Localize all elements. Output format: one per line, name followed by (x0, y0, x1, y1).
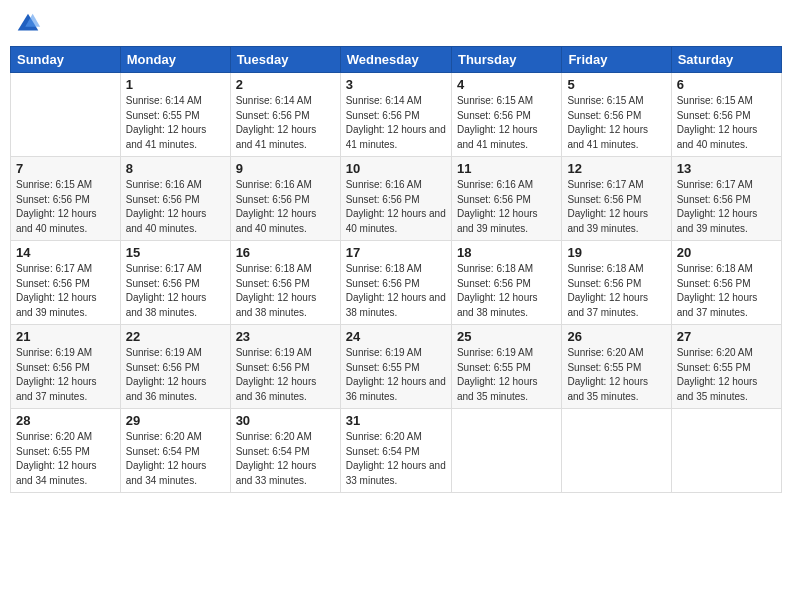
day-number: 15 (126, 245, 225, 260)
day-number: 2 (236, 77, 335, 92)
calendar-cell: 26 Sunrise: 6:20 AMSunset: 6:55 PMDaylig… (562, 325, 671, 409)
day-number: 3 (346, 77, 446, 92)
calendar-cell (562, 409, 671, 493)
calendar-cell: 1 Sunrise: 6:14 AMSunset: 6:55 PMDayligh… (120, 73, 230, 157)
cell-info: Sunrise: 6:15 AMSunset: 6:56 PMDaylight:… (567, 94, 665, 152)
calendar-cell: 20 Sunrise: 6:18 AMSunset: 6:56 PMDaylig… (671, 241, 781, 325)
day-number: 12 (567, 161, 665, 176)
calendar-cell: 6 Sunrise: 6:15 AMSunset: 6:56 PMDayligh… (671, 73, 781, 157)
calendar-cell: 7 Sunrise: 6:15 AMSunset: 6:56 PMDayligh… (11, 157, 121, 241)
calendar-cell: 10 Sunrise: 6:16 AMSunset: 6:56 PMDaylig… (340, 157, 451, 241)
calendar-cell: 22 Sunrise: 6:19 AMSunset: 6:56 PMDaylig… (120, 325, 230, 409)
calendar-cell (451, 409, 561, 493)
cell-info: Sunrise: 6:17 AMSunset: 6:56 PMDaylight:… (677, 178, 776, 236)
calendar-cell: 12 Sunrise: 6:17 AMSunset: 6:56 PMDaylig… (562, 157, 671, 241)
day-number: 8 (126, 161, 225, 176)
cell-info: Sunrise: 6:20 AMSunset: 6:55 PMDaylight:… (16, 430, 115, 488)
calendar-cell: 27 Sunrise: 6:20 AMSunset: 6:55 PMDaylig… (671, 325, 781, 409)
calendar-cell: 4 Sunrise: 6:15 AMSunset: 6:56 PMDayligh… (451, 73, 561, 157)
calendar-cell (11, 73, 121, 157)
cell-info: Sunrise: 6:15 AMSunset: 6:56 PMDaylight:… (16, 178, 115, 236)
day-number: 14 (16, 245, 115, 260)
cell-info: Sunrise: 6:19 AMSunset: 6:55 PMDaylight:… (346, 346, 446, 404)
calendar-cell: 3 Sunrise: 6:14 AMSunset: 6:56 PMDayligh… (340, 73, 451, 157)
cell-info: Sunrise: 6:14 AMSunset: 6:55 PMDaylight:… (126, 94, 225, 152)
calendar-cell: 19 Sunrise: 6:18 AMSunset: 6:56 PMDaylig… (562, 241, 671, 325)
cell-info: Sunrise: 6:20 AMSunset: 6:54 PMDaylight:… (126, 430, 225, 488)
cell-info: Sunrise: 6:18 AMSunset: 6:56 PMDaylight:… (457, 262, 556, 320)
day-number: 21 (16, 329, 115, 344)
page-header (10, 10, 782, 38)
cell-info: Sunrise: 6:20 AMSunset: 6:55 PMDaylight:… (677, 346, 776, 404)
calendar-cell: 28 Sunrise: 6:20 AMSunset: 6:55 PMDaylig… (11, 409, 121, 493)
weekday-header-saturday: Saturday (671, 47, 781, 73)
day-number: 28 (16, 413, 115, 428)
calendar-cell: 5 Sunrise: 6:15 AMSunset: 6:56 PMDayligh… (562, 73, 671, 157)
calendar-table: SundayMondayTuesdayWednesdayThursdayFrid… (10, 46, 782, 493)
cell-info: Sunrise: 6:16 AMSunset: 6:56 PMDaylight:… (346, 178, 446, 236)
day-number: 10 (346, 161, 446, 176)
logo (14, 10, 46, 38)
cell-info: Sunrise: 6:16 AMSunset: 6:56 PMDaylight:… (457, 178, 556, 236)
day-number: 18 (457, 245, 556, 260)
calendar-cell: 8 Sunrise: 6:16 AMSunset: 6:56 PMDayligh… (120, 157, 230, 241)
day-number: 29 (126, 413, 225, 428)
cell-info: Sunrise: 6:20 AMSunset: 6:54 PMDaylight:… (236, 430, 335, 488)
calendar-cell: 18 Sunrise: 6:18 AMSunset: 6:56 PMDaylig… (451, 241, 561, 325)
weekday-header-friday: Friday (562, 47, 671, 73)
calendar-cell: 16 Sunrise: 6:18 AMSunset: 6:56 PMDaylig… (230, 241, 340, 325)
cell-info: Sunrise: 6:17 AMSunset: 6:56 PMDaylight:… (567, 178, 665, 236)
calendar-cell: 29 Sunrise: 6:20 AMSunset: 6:54 PMDaylig… (120, 409, 230, 493)
logo-icon (14, 10, 42, 38)
day-number: 27 (677, 329, 776, 344)
calendar-week-3: 14 Sunrise: 6:17 AMSunset: 6:56 PMDaylig… (11, 241, 782, 325)
cell-info: Sunrise: 6:20 AMSunset: 6:54 PMDaylight:… (346, 430, 446, 488)
day-number: 4 (457, 77, 556, 92)
day-number: 31 (346, 413, 446, 428)
calendar-week-2: 7 Sunrise: 6:15 AMSunset: 6:56 PMDayligh… (11, 157, 782, 241)
cell-info: Sunrise: 6:19 AMSunset: 6:56 PMDaylight:… (16, 346, 115, 404)
cell-info: Sunrise: 6:17 AMSunset: 6:56 PMDaylight:… (16, 262, 115, 320)
calendar-week-1: 1 Sunrise: 6:14 AMSunset: 6:55 PMDayligh… (11, 73, 782, 157)
calendar-cell: 30 Sunrise: 6:20 AMSunset: 6:54 PMDaylig… (230, 409, 340, 493)
cell-info: Sunrise: 6:16 AMSunset: 6:56 PMDaylight:… (126, 178, 225, 236)
weekday-header-sunday: Sunday (11, 47, 121, 73)
day-number: 1 (126, 77, 225, 92)
day-number: 5 (567, 77, 665, 92)
calendar-cell: 13 Sunrise: 6:17 AMSunset: 6:56 PMDaylig… (671, 157, 781, 241)
calendar-cell: 23 Sunrise: 6:19 AMSunset: 6:56 PMDaylig… (230, 325, 340, 409)
day-number: 9 (236, 161, 335, 176)
weekday-header-monday: Monday (120, 47, 230, 73)
weekday-header-row: SundayMondayTuesdayWednesdayThursdayFrid… (11, 47, 782, 73)
calendar-cell: 24 Sunrise: 6:19 AMSunset: 6:55 PMDaylig… (340, 325, 451, 409)
calendar-week-4: 21 Sunrise: 6:19 AMSunset: 6:56 PMDaylig… (11, 325, 782, 409)
cell-info: Sunrise: 6:19 AMSunset: 6:56 PMDaylight:… (236, 346, 335, 404)
calendar-cell: 14 Sunrise: 6:17 AMSunset: 6:56 PMDaylig… (11, 241, 121, 325)
calendar-cell: 9 Sunrise: 6:16 AMSunset: 6:56 PMDayligh… (230, 157, 340, 241)
weekday-header-thursday: Thursday (451, 47, 561, 73)
day-number: 24 (346, 329, 446, 344)
cell-info: Sunrise: 6:17 AMSunset: 6:56 PMDaylight:… (126, 262, 225, 320)
calendar-cell: 17 Sunrise: 6:18 AMSunset: 6:56 PMDaylig… (340, 241, 451, 325)
cell-info: Sunrise: 6:20 AMSunset: 6:55 PMDaylight:… (567, 346, 665, 404)
calendar-cell (671, 409, 781, 493)
cell-info: Sunrise: 6:18 AMSunset: 6:56 PMDaylight:… (567, 262, 665, 320)
cell-info: Sunrise: 6:14 AMSunset: 6:56 PMDaylight:… (346, 94, 446, 152)
day-number: 7 (16, 161, 115, 176)
cell-info: Sunrise: 6:19 AMSunset: 6:56 PMDaylight:… (126, 346, 225, 404)
calendar-cell: 11 Sunrise: 6:16 AMSunset: 6:56 PMDaylig… (451, 157, 561, 241)
day-number: 22 (126, 329, 225, 344)
day-number: 16 (236, 245, 335, 260)
cell-info: Sunrise: 6:18 AMSunset: 6:56 PMDaylight:… (677, 262, 776, 320)
day-number: 6 (677, 77, 776, 92)
calendar-cell: 15 Sunrise: 6:17 AMSunset: 6:56 PMDaylig… (120, 241, 230, 325)
cell-info: Sunrise: 6:16 AMSunset: 6:56 PMDaylight:… (236, 178, 335, 236)
day-number: 17 (346, 245, 446, 260)
calendar-cell: 31 Sunrise: 6:20 AMSunset: 6:54 PMDaylig… (340, 409, 451, 493)
calendar-week-5: 28 Sunrise: 6:20 AMSunset: 6:55 PMDaylig… (11, 409, 782, 493)
day-number: 19 (567, 245, 665, 260)
day-number: 11 (457, 161, 556, 176)
calendar-cell: 21 Sunrise: 6:19 AMSunset: 6:56 PMDaylig… (11, 325, 121, 409)
calendar-cell: 25 Sunrise: 6:19 AMSunset: 6:55 PMDaylig… (451, 325, 561, 409)
day-number: 30 (236, 413, 335, 428)
